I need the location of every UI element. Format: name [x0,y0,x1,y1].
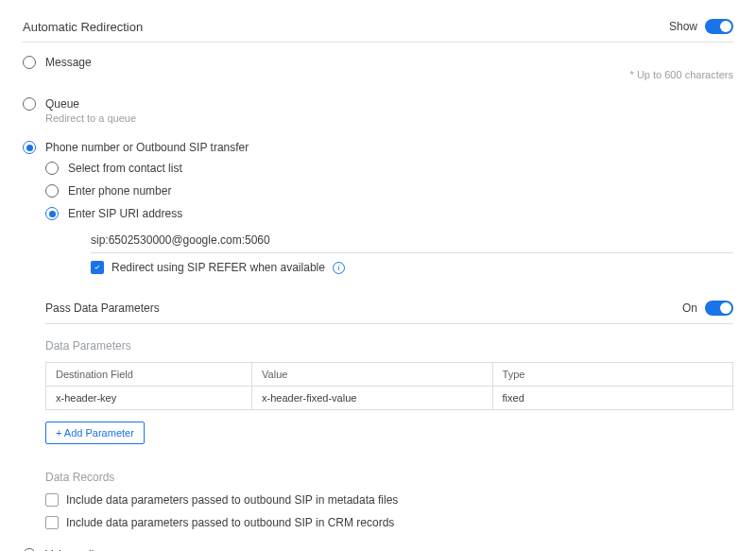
col-destination-field: Destination Field [46,363,252,387]
sip-uri-input[interactable] [91,230,733,253]
add-parameter-button[interactable]: + Add Parameter [45,422,145,444]
data-parameters-title: Data Parameters [45,339,733,353]
sub-enter-sip[interactable]: Enter SIP URI address [45,207,733,220]
show-toggle-wrap: Show [669,19,733,34]
radio-message[interactable] [23,56,36,69]
include-metadata-row: Include data parameters passed to outbou… [45,493,733,507]
phone-sip-suboptions: Select from contact list Enter phone num… [45,162,733,274]
pass-data-toggle-wrap: On [682,301,733,316]
sub-enter-phone[interactable]: Enter phone number [45,184,733,198]
data-records-title: Data Records [45,471,733,484]
pass-data-toggle[interactable] [705,301,733,316]
radio-queue[interactable] [23,97,36,111]
radio-enter-sip[interactable] [45,207,59,220]
pass-data-on-label: On [682,301,697,315]
include-metadata-label: Include data parameters passed to outbou… [66,493,398,507]
sip-refer-checkbox[interactable] [91,261,104,274]
include-crm-row: Include data parameters passed to outbou… [45,516,733,529]
sub-enter-phone-label: Enter phone number [68,184,171,198]
sip-refer-label: Redirect using SIP REFER when available [112,261,325,274]
sub-contact-list[interactable]: Select from contact list [45,162,733,175]
option-queue[interactable]: Queue [23,97,733,111]
check-icon [93,263,102,272]
option-phone-sip[interactable]: Phone number or Outbound SIP transfer [23,141,733,154]
pass-data-title: Pass Data Parameters [45,301,160,315]
table-header-row: Destination Field Value Type [46,363,733,387]
radio-enter-phone[interactable] [45,184,59,198]
col-value: Value [252,363,492,387]
sub-contact-list-label: Select from contact list [68,162,182,175]
data-parameters-table: Destination Field Value Type x-header-ke… [45,362,733,410]
show-toggle-label: Show [669,20,697,33]
option-phone-sip-label: Phone number or Outbound SIP transfer [45,141,249,154]
queue-hint: Redirect to a queue [45,112,733,124]
show-toggle[interactable] [705,19,733,34]
include-metadata-checkbox[interactable] [45,493,59,507]
option-message[interactable]: Message [23,56,733,69]
col-type: Type [492,363,732,387]
pass-data-header: Pass Data Parameters On [45,301,733,324]
option-queue-label: Queue [45,97,79,111]
page-header: Automatic Redirection Show [23,19,733,43]
message-hint: * Up to 600 characters [23,69,733,80]
sip-input-wrap [91,230,733,253]
radio-contact-list[interactable] [45,162,59,175]
include-crm-label: Include data parameters passed to outbou… [66,516,394,529]
include-crm-checkbox[interactable] [45,516,59,529]
sub-enter-sip-label: Enter SIP URI address [68,207,182,220]
pass-data-section: Pass Data Parameters On Data Parameters … [45,301,733,529]
radio-phone-sip[interactable] [23,141,36,154]
cell-type: fixed [492,387,732,410]
sip-refer-row: Redirect using SIP REFER when available … [91,261,733,274]
info-icon[interactable]: i [333,262,345,274]
page-title: Automatic Redirection [23,20,143,34]
table-row[interactable]: x-header-key x-header-fixed-value fixed [46,387,733,410]
data-records-section: Data Records Include data parameters pas… [45,471,733,529]
cell-field: x-header-key [46,387,252,410]
cell-value: x-header-fixed-value [252,387,492,410]
option-message-label: Message [45,56,92,69]
